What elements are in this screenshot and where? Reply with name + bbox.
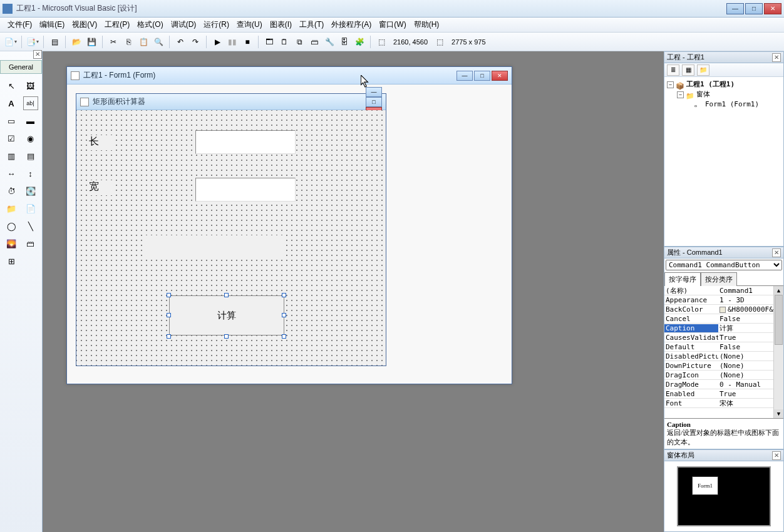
frame-tool-icon[interactable]: ▭: [4, 114, 19, 128]
dirlist-tool-icon[interactable]: 📁: [4, 202, 19, 215]
view-code-button[interactable]: ≣: [667, 64, 679, 76]
monitor-icon[interactable]: Form1: [677, 466, 771, 526]
designer-close-button[interactable]: ✕: [492, 71, 508, 81]
pointer-tool-icon[interactable]: ↖: [4, 79, 19, 93]
resize-handle-sw[interactable]: [167, 334, 171, 339]
property-row[interactable]: CancelFalse: [664, 314, 783, 324]
textbox-length[interactable]: [195, 130, 296, 154]
menu-edit[interactable]: 编辑(E): [36, 18, 68, 32]
image-tool-icon[interactable]: 🌄: [4, 237, 19, 250]
menu-view[interactable]: 视图(V): [68, 18, 101, 32]
resize-handle-e[interactable]: [282, 313, 286, 317]
form-titlebar[interactable]: 矩形面积计算器 — □ ✕: [76, 94, 386, 110]
optionbutton-tool-icon[interactable]: ◉: [23, 131, 38, 145]
checkbox-tool-icon[interactable]: ☑: [4, 131, 19, 145]
property-row[interactable]: DefaultFalse: [664, 342, 783, 352]
object-browser-button[interactable]: 🗃: [307, 35, 321, 49]
start-button[interactable]: ▶: [210, 35, 224, 49]
close-button[interactable]: ✕: [764, 3, 781, 14]
tab-alphabetical[interactable]: 按字母序: [664, 272, 701, 286]
scroll-thumb[interactable]: [775, 295, 783, 345]
scroll-up-icon[interactable]: ▲: [774, 286, 783, 295]
form-designer-window[interactable]: 工程1 - Form1 (Form) — □ ✕ 矩形面积计算器 — □: [66, 66, 512, 384]
toolbox-close-button[interactable]: ✕: [33, 50, 42, 59]
layout-preview[interactable]: Form1: [664, 461, 783, 531]
menu-help[interactable]: 帮助(H): [410, 18, 443, 32]
properties-grid[interactable]: (名称)Command1Appearance1 - 3DBackColor&H8…: [664, 286, 783, 418]
resize-handle-s[interactable]: [224, 334, 229, 339]
menu-tools[interactable]: 工具(T): [296, 18, 328, 32]
commandbutton-tool-icon[interactable]: ▬: [23, 114, 38, 128]
project-tree[interactable]: − 📦 工程1 (工程1) − 📁 窗体 ▫ Form1 (Form1): [664, 77, 783, 246]
form-maximize-button[interactable]: □: [366, 97, 382, 107]
designer-maximize-button[interactable]: □: [474, 71, 490, 81]
layout-title[interactable]: 窗体布局 ✕: [664, 450, 783, 461]
designer-minimize-button[interactable]: —: [456, 71, 473, 81]
timer-tool-icon[interactable]: ⏱: [4, 184, 19, 198]
collapse-icon[interactable]: −: [667, 81, 674, 88]
open-button[interactable]: 📂: [70, 35, 83, 49]
menu-chart[interactable]: 图表(I): [266, 18, 296, 32]
layout-close-button[interactable]: ✕: [772, 451, 781, 460]
menu-project[interactable]: 工程(P): [101, 18, 133, 32]
form-client-area[interactable]: 长 宽 计算: [76, 110, 386, 366]
menu-format[interactable]: 格式(O): [133, 18, 167, 32]
designer-body[interactable]: 矩形面积计算器 — □ ✕ 长 宽 计算: [67, 84, 512, 384]
mdi-client-area[interactable]: 工程1 - Form1 (Form) — □ ✕ 矩形面积计算器 — □: [43, 51, 664, 532]
find-button[interactable]: 🔍: [152, 35, 165, 49]
filelist-tool-icon[interactable]: 📄: [23, 202, 38, 215]
add-form-button[interactable]: 📑▾: [26, 35, 39, 49]
designer-titlebar[interactable]: 工程1 - Form1 (Form) — □ ✕: [67, 67, 512, 84]
menu-addins[interactable]: 外接程序(A): [328, 18, 375, 32]
resize-handle-n[interactable]: [224, 293, 229, 297]
project-explorer-button[interactable]: 🗔: [262, 35, 276, 49]
textbox-tool-icon[interactable]: ab|: [23, 96, 38, 110]
picturebox-tool-icon[interactable]: 🖼: [23, 79, 38, 93]
menu-file[interactable]: 文件(F): [4, 18, 36, 32]
collapse-icon[interactable]: −: [677, 91, 684, 98]
break-button[interactable]: ▮▮: [225, 35, 239, 49]
cut-button[interactable]: ✂: [106, 35, 120, 49]
save-button[interactable]: 💾: [85, 35, 98, 49]
toolbox-button[interactable]: 🔧: [322, 35, 336, 49]
minimize-button[interactable]: —: [726, 3, 744, 14]
add-project-button[interactable]: 📄▾: [4, 35, 18, 49]
toolbox-tab-general[interactable]: General: [0, 60, 42, 74]
hscrollbar-tool-icon[interactable]: ↔: [4, 166, 19, 180]
data-view-button[interactable]: 🗄: [338, 35, 351, 49]
property-row[interactable]: Appearance1 - 3D: [664, 295, 783, 305]
menu-debug[interactable]: 调试(D): [167, 18, 200, 32]
resize-handle-se[interactable]: [282, 334, 286, 339]
form-minimize-button[interactable]: —: [366, 87, 382, 97]
label-tool-icon[interactable]: A: [4, 96, 19, 110]
listbox-tool-icon[interactable]: ▤: [23, 149, 38, 163]
property-row[interactable]: (名称)Command1: [664, 286, 783, 295]
ole-tool-icon[interactable]: ⊞: [4, 254, 19, 268]
menu-window[interactable]: 窗口(W): [375, 18, 410, 32]
tree-item-form1[interactable]: ▫ Form1 (Form1): [667, 100, 781, 110]
resize-handle-nw[interactable]: [167, 293, 171, 297]
object-selector[interactable]: Command1 CommandButton: [664, 258, 783, 272]
property-row[interactable]: EnabledTrue: [664, 389, 783, 399]
resize-handle-w[interactable]: [167, 313, 171, 317]
shape-tool-icon[interactable]: ◯: [4, 219, 19, 233]
property-row[interactable]: DisabledPictur(None): [664, 352, 783, 361]
vscrollbar-tool-icon[interactable]: ↕: [23, 166, 38, 180]
scroll-down-icon[interactable]: ▼: [774, 409, 783, 418]
tree-root[interactable]: − 📦 工程1 (工程1): [667, 79, 781, 90]
project-panel-title[interactable]: 工程 - 工程1 ✕: [664, 52, 783, 63]
property-row[interactable]: Caption计算: [664, 324, 783, 333]
menu-editor-button[interactable]: ▤: [48, 35, 61, 49]
view-object-button[interactable]: ▦: [682, 64, 694, 76]
combobox-tool-icon[interactable]: ▥: [4, 149, 19, 163]
component-manager-button[interactable]: 🧩: [353, 35, 366, 49]
property-row[interactable]: DownPicture(None): [664, 361, 783, 371]
menu-run[interactable]: 运行(R): [200, 18, 233, 32]
properties-scrollbar[interactable]: ▲ ▼: [773, 286, 783, 418]
copy-button[interactable]: ⎘: [121, 35, 135, 49]
property-row[interactable]: Font宋体: [664, 399, 783, 408]
property-row[interactable]: DragIcon(None): [664, 371, 783, 380]
button-calculate[interactable]: 计算: [169, 295, 284, 335]
layout-form-preview[interactable]: Form1: [692, 476, 718, 495]
object-selector-dropdown[interactable]: Command1 CommandButton: [666, 260, 782, 270]
